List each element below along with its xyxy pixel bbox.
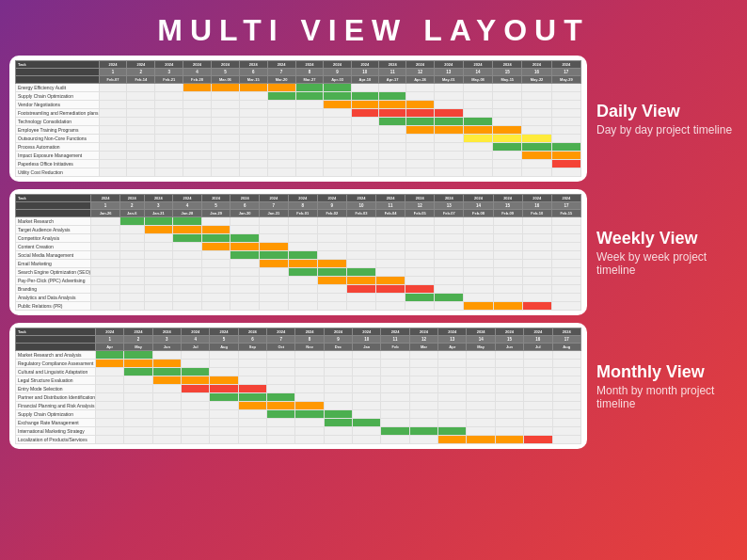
table-row: Entry Mode Selection: [16, 385, 581, 393]
table-row: Paperless Office Initiatives: [16, 160, 581, 168]
table-row: Employee Training Programs: [16, 126, 581, 135]
gantt-card-weekly: Task202420242024202420242024202420242024…: [9, 189, 587, 315]
view-subtitle-weekly: Week by week project timeline: [596, 250, 738, 277]
table-row: Email Marketing: [16, 260, 581, 268]
view-row-weekly: Task202420242024202420242024202420242024…: [9, 189, 738, 315]
table-row: Search Engine Optimization (SEO): [16, 268, 581, 277]
view-row-monthly: Task202420242024202420242024202420242024…: [9, 323, 738, 449]
table-row: Outsourcing Non-Core Functions: [16, 135, 581, 143]
table-row: Footstreamling and Remediation plans: [16, 109, 581, 118]
gantt-card-monthly: Task202420242024202420242024202420242024…: [9, 323, 587, 449]
table-row: Partner and Distribution Identification: [16, 393, 581, 402]
view-title-weekly: Weekly View: [596, 229, 738, 248]
table-row: Regulatory Compliance Assessment: [16, 360, 581, 368]
table-row: Supply Chain Optimization: [16, 410, 581, 419]
table-row: Public Relations (PR): [16, 302, 581, 311]
view-subtitle-monthly: Month by month project timeline: [596, 384, 738, 410]
table-row: Pay-Per-Click (PPC) Advertising: [16, 277, 581, 285]
view-subtitle-daily: Day by day project timeline: [596, 123, 738, 136]
view-label-monthly: Monthly ViewMonth by month project timel…: [596, 362, 738, 410]
table-row: International Marketing Strategy: [16, 427, 581, 436]
table-row: Supply Chain Optimization: [16, 92, 581, 101]
table-row: Market Research: [16, 217, 581, 226]
table-row: Localization of Products/Services: [16, 436, 581, 444]
table-row: Financial Planning and Risk Analysis: [16, 402, 581, 410]
table-row: Branding: [16, 285, 581, 294]
gantt-card-daily: Task202420242024202420242024202420242024…: [9, 56, 587, 182]
table-row: Analytics and Data Analysis: [16, 294, 581, 302]
table-row: Energy Efficiency Audit: [16, 84, 581, 92]
table-row: Market Research and Analysis: [16, 351, 581, 360]
table-row: Content Creation: [16, 243, 581, 251]
view-title-monthly: Monthly View: [596, 362, 738, 382]
table-row: Target Audience Analysis: [16, 226, 581, 234]
table-row: Utility Cost Reduction: [16, 168, 581, 177]
table-row: Impact Exposure Management: [16, 152, 581, 160]
table-row: Vendor Negotiations: [16, 101, 581, 109]
table-row: Process Automation: [16, 143, 581, 152]
content-area: Task202420242024202420242024202420242024…: [0, 56, 747, 560]
view-label-weekly: Weekly ViewWeek by week project timeline: [596, 229, 738, 277]
view-title-daily: Daily View: [596, 102, 738, 121]
view-label-daily: Daily ViewDay by day project timeline: [596, 102, 738, 136]
table-row: Technology Consolidation: [16, 118, 581, 126]
table-row: Cultural and Linguistic Adaptation: [16, 368, 581, 376]
table-row: Exchange Rate Management: [16, 419, 581, 427]
page-title: MULTI VIEW LAYOUT: [0, 0, 747, 56]
table-row: Social Media Management: [16, 251, 581, 260]
view-row-daily: Task202420242024202420242024202420242024…: [9, 56, 738, 182]
table-row: Competitor Analysis: [16, 234, 581, 243]
table-row: Legal Structure Evaluation: [16, 376, 581, 385]
